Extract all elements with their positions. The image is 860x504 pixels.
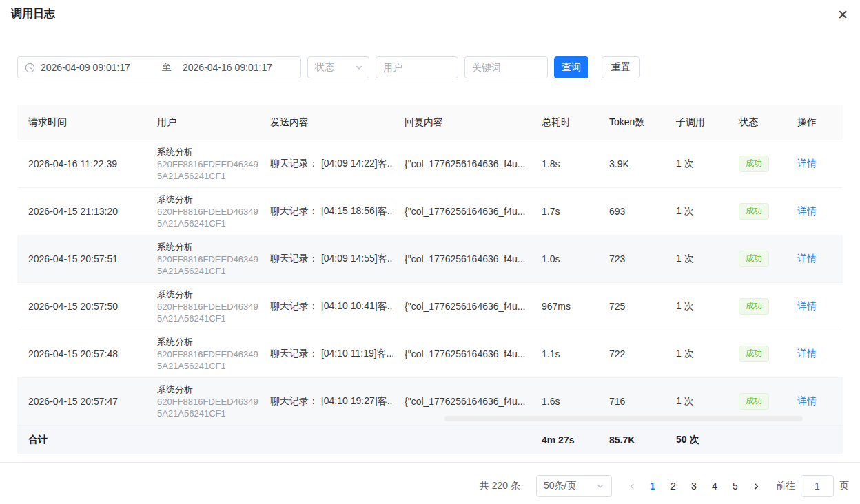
cell-user: 系统分析 620FF8816FDEED46349 5A21A56241CF1 [146, 288, 259, 324]
user-id-line2: 5A21A56241CF1 [157, 408, 254, 419]
page-number-2[interactable]: 2 [663, 475, 684, 497]
detail-link[interactable]: 详情 [797, 205, 817, 216]
detail-link[interactable]: 详情 [797, 158, 817, 169]
user-filter-input[interactable] [376, 57, 458, 78]
cell-status: 成功 [728, 393, 786, 410]
cell-subcalls: 1 次 [665, 253, 728, 265]
cell-request: 聊天记录： [04:09 14:22]客... [259, 158, 393, 170]
user-id-line2: 5A21A56241CF1 [157, 313, 254, 324]
filter-bar: 2026-04-09 09:01:17 至 2026-04-16 09:01:1… [17, 56, 640, 78]
prev-page-button[interactable] [622, 475, 642, 497]
status-select[interactable]: 状态 [307, 56, 369, 78]
next-page-button[interactable] [746, 475, 766, 497]
user-id-line1: 620FF8816FDEED46349 [157, 158, 254, 170]
cell-tokens: 3.9K [598, 158, 665, 169]
status-badge: 成功 [739, 346, 769, 362]
cell-request: 聊天记录： [04:10 19:27]客... [259, 395, 393, 408]
date-separator: 至 [151, 61, 183, 74]
cell-time: 2026-04-15 20:57:50 [17, 301, 146, 312]
cell-time: 2026-04-16 11:22:39 [17, 158, 146, 169]
status-badge: 成功 [739, 251, 769, 267]
user-id-line1: 620FF8816FDEED46349 [157, 253, 254, 265]
pagination-total: 共 220 条 [480, 480, 520, 492]
detail-link[interactable]: 详情 [797, 348, 817, 359]
status-badge: 成功 [739, 298, 769, 315]
col-header-subcalls: 子调用 [665, 116, 728, 129]
status-badge: 成功 [739, 203, 769, 220]
cell-duration: 1.7s [531, 206, 598, 217]
user-name: 系统分析 [157, 288, 254, 300]
goto-suffix: 页 [839, 480, 849, 492]
cell-time: 2026-04-15 20:57:48 [17, 348, 146, 359]
table-row: 2026-04-15 20:57:48 系统分析 620FF8816FDEED4… [17, 330, 843, 378]
col-header-status: 状态 [728, 116, 786, 129]
cell-status: 成功 [728, 346, 786, 362]
keyword-filter-field [464, 56, 548, 78]
table-row: 2026-04-15 20:57:51 系统分析 620FF8816FDEED4… [17, 235, 843, 283]
summary-label: 合计 [17, 434, 146, 446]
cell-duration: 967ms [531, 301, 598, 312]
cell-duration: 1.1s [531, 348, 598, 359]
cell-response: {"col_1776256164636_f4u... [393, 396, 531, 407]
search-button[interactable]: 查询 [554, 56, 588, 78]
keyword-filter-input[interactable] [465, 57, 547, 78]
col-header-request: 发送内容 [259, 116, 393, 129]
user-id-line2: 5A21A56241CF1 [157, 360, 254, 372]
col-header-tokens: Token数 [598, 116, 665, 129]
user-id-line1: 620FF8816FDEED46349 [157, 206, 254, 218]
cell-request: 聊天记录： [04:10 11:19]客... [259, 348, 393, 360]
summary-subcalls: 50 次 [665, 434, 728, 446]
status-badge: 成功 [739, 156, 769, 172]
cell-subcalls: 1 次 [665, 348, 728, 360]
horizontal-scrollbar[interactable] [444, 416, 803, 421]
cell-request: 聊天记录： [04:10 10:41]客... [259, 300, 393, 313]
cell-duration: 1.8s [531, 158, 598, 169]
cell-action: 详情 [786, 395, 843, 408]
status-select-placeholder: 状态 [315, 61, 334, 74]
cell-time: 2026-04-15 21:13:20 [17, 206, 146, 217]
cell-tokens: 722 [598, 348, 665, 359]
user-name: 系统分析 [157, 384, 254, 395]
summary-duration: 4m 27s [531, 434, 598, 445]
cell-action: 详情 [786, 158, 843, 170]
reset-button[interactable]: 重置 [602, 56, 640, 78]
user-id-line1: 620FF8816FDEED46349 [157, 301, 254, 313]
page-title: 调用日志 [11, 7, 55, 21]
page-number-1[interactable]: 1 [642, 475, 663, 497]
chevron-down-icon [596, 482, 604, 490]
table-header-row: 请求时间 用户 发送内容 回复内容 总耗时 Token数 子调用 状态 操作 [17, 105, 843, 140]
cell-user: 系统分析 620FF8816FDEED46349 5A21A56241CF1 [146, 193, 259, 229]
call-log-dialog: 调用日志 ✕ 2026-04-09 09:01:17 至 2026-04-16 … [0, 0, 860, 504]
cell-request: 聊天记录： [04:09 14:55]客... [259, 253, 393, 265]
cell-tokens: 725 [598, 301, 665, 312]
user-id-line2: 5A21A56241CF1 [157, 218, 254, 229]
col-header-user: 用户 [146, 116, 259, 129]
goto-page-input[interactable] [801, 475, 834, 497]
user-id-line1: 620FF8816FDEED46349 [157, 396, 254, 408]
cell-time: 2026-04-15 20:57:51 [17, 253, 146, 264]
table-row: 2026-04-15 21:13:20 系统分析 620FF8816FDEED4… [17, 188, 843, 235]
pagination: 共 220 条 50条/页 1 2 3 4 5 前往 页 [480, 475, 849, 497]
user-name: 系统分析 [157, 241, 254, 253]
date-start-value[interactable]: 2026-04-09 09:01:17 [41, 62, 151, 73]
detail-link[interactable]: 详情 [797, 395, 817, 406]
date-range-picker[interactable]: 2026-04-09 09:01:17 至 2026-04-16 09:01:1… [17, 56, 301, 78]
chevron-down-icon [355, 63, 363, 72]
page-number-3[interactable]: 3 [684, 475, 704, 497]
cell-subcalls: 1 次 [665, 300, 728, 313]
user-name: 系统分析 [157, 336, 254, 348]
table-row: 2026-04-15 20:57:50 系统分析 620FF8816FDEED4… [17, 283, 843, 330]
page-number-5[interactable]: 5 [725, 475, 746, 497]
detail-link[interactable]: 详情 [797, 300, 817, 311]
col-header-action: 操作 [786, 116, 843, 129]
cell-subcalls: 1 次 [665, 395, 728, 408]
date-end-value[interactable]: 2026-04-16 09:01:17 [183, 62, 293, 73]
close-button[interactable]: ✕ [835, 7, 850, 22]
page-size-select[interactable]: 50条/页 [536, 475, 612, 497]
user-id-line2: 5A21A56241CF1 [157, 170, 254, 182]
cell-response: {"col_1776256164636_f4u... [393, 158, 531, 169]
detail-link[interactable]: 详情 [797, 253, 817, 264]
page-number-4[interactable]: 4 [704, 475, 725, 497]
user-name: 系统分析 [157, 193, 254, 205]
close-icon: ✕ [837, 8, 848, 21]
